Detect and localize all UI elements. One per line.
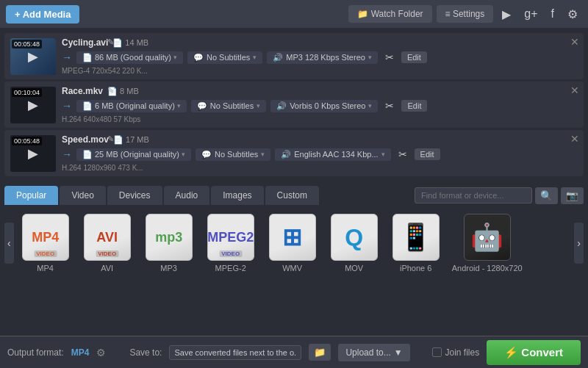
doc-icon: 📄	[82, 53, 93, 62]
file-info-row1: Race.mkv 📄8 MB	[62, 86, 578, 96]
scissors-button[interactable]: ✂	[382, 50, 397, 65]
tab-audio[interactable]: Audio	[164, 186, 210, 205]
file-codec: MPEG-4 720x542 220 K...	[62, 67, 578, 75]
format-text-icon: MP4	[32, 230, 59, 245]
arrow-icon: →	[62, 100, 72, 112]
subtitle-button[interactable]: 💬 No Subtitles ▾	[191, 100, 266, 112]
output-size-badge[interactable]: 📄 6 MB (Original quality) ▾	[76, 100, 187, 112]
file-output-row: → 📄 6 MB (Original quality) ▾ 💬 No Subti…	[62, 98, 578, 113]
subtitle-button[interactable]: 💬 No Subtitles ▾	[187, 51, 262, 64]
search-button[interactable]: 🔍	[535, 187, 558, 204]
edit-button[interactable]: Edit	[401, 51, 427, 63]
format-grid-container: ‹ MP4VIDEO MP4 AVIVIDEO AVI mp3 MP3 MPEG…	[4, 209, 584, 277]
format-item-avi[interactable]: AVIVIDEO AVI	[79, 209, 136, 277]
tab-video[interactable]: Video	[60, 186, 105, 205]
format-label-avi: AVI	[101, 264, 113, 273]
scissors-button[interactable]: ✂	[395, 147, 410, 162]
pen-icon[interactable]: ✎	[107, 134, 114, 144]
format-icon-wmv: ⊞	[269, 214, 316, 261]
arrow-icon: →	[62, 148, 72, 160]
format-item-mov[interactable]: Q MOV	[326, 209, 383, 277]
format-item-mpeg2[interactable]: MPEG2VIDEO MPEG-2	[202, 209, 259, 277]
save-to-input[interactable]	[169, 345, 301, 360]
tab-images[interactable]: Images	[211, 186, 263, 205]
watch-folder-button[interactable]: 📁 Watch Folder	[348, 5, 431, 23]
format-label-mov: MOV	[345, 264, 363, 273]
edit-button[interactable]: Edit	[415, 148, 440, 160]
subtitle-dropdown-arrow: ▾	[261, 151, 265, 158]
format-item-wmv[interactable]: ⊞ WMV	[264, 209, 321, 277]
join-files-text: Join files	[445, 347, 479, 358]
subtitle-icon: 💬	[193, 53, 204, 62]
doc-icon: 📄	[82, 150, 93, 159]
format-next-button[interactable]: ›	[574, 223, 584, 264]
add-media-button[interactable]: + Add Media	[6, 5, 79, 24]
output-format-label: Output format:	[7, 347, 64, 358]
format-icon-iphone: 📱	[392, 214, 440, 261]
subtitle-button[interactable]: 💬 No Subtitles ▾	[196, 148, 270, 161]
file-output-row: → 📄 86 MB (Good quality) ▾ 💬 No Subtitle…	[62, 50, 578, 65]
audio-icon: 🔊	[281, 150, 291, 159]
join-files-label[interactable]: Join files	[432, 347, 479, 358]
format-item-android[interactable]: 🤖 Android - 1280x720	[449, 209, 526, 277]
file-codec: H.264 640x480 57 Kbps	[62, 115, 578, 123]
format-label-android: Android - 1280x720	[452, 264, 523, 273]
gear-icon-button[interactable]: ⚙	[563, 4, 582, 24]
browse-folder-button[interactable]: 📁	[309, 344, 331, 361]
join-files-checkbox[interactable]	[432, 347, 442, 357]
youtube-icon-button[interactable]: ▶	[498, 4, 515, 24]
format-search-input[interactable]	[415, 187, 532, 203]
audio-dropdown-arrow: ▾	[381, 151, 385, 158]
pen-icon[interactable]: ✎	[107, 37, 114, 47]
play-icon: ▶	[28, 48, 38, 65]
audio-button[interactable]: 🔊 MP3 128 Kbps Stereo ▾	[267, 51, 378, 64]
file-list: 00:05:48 ▶ Cycling.avi 📄14 MB → 📄 86 MB …	[0, 28, 588, 181]
toolbar: + Add Media 📁 Watch Folder ≡ Settings ▶ …	[0, 0, 588, 28]
audio-button[interactable]: 🔊 English AAC 134 Kbp... ▾	[275, 148, 390, 161]
subtitle-dropdown-arrow: ▾	[257, 102, 260, 109]
settings-button[interactable]: ≡ Settings	[437, 5, 494, 23]
output-settings-gear[interactable]: ⚙	[96, 347, 106, 358]
remove-file-button[interactable]: ✕	[570, 84, 579, 96]
file-name: Speed.mov	[62, 134, 109, 145]
file-thumbnail: 00:05:48 ▶	[10, 135, 56, 172]
remove-file-button[interactable]: ✕	[570, 133, 579, 145]
file-row: 00:10:04 ▶ Race.mkv 📄8 MB → 📄 6 MB (Orig…	[4, 82, 584, 128]
file-duration: 00:05:48	[12, 137, 42, 145]
output-size-badge[interactable]: 📄 86 MB (Good quality) ▾	[76, 51, 183, 64]
arrow-icon: →	[62, 51, 72, 63]
tab-devices[interactable]: Devices	[107, 186, 162, 205]
output-size-dropdown-arrow: ▾	[177, 102, 181, 109]
output-size-badge[interactable]: 📄 25 MB (Original quality) ▾	[76, 148, 191, 161]
format-item-mp3[interactable]: mp3 MP3	[140, 209, 198, 277]
format-prev-button[interactable]: ‹	[4, 223, 14, 264]
file-duration: 00:10:04	[12, 88, 42, 97]
file-row-top: 00:05:48 ▶ Cycling.avi 📄14 MB → 📄 86 MB …	[10, 37, 578, 75]
tab-popular[interactable]: Popular	[4, 186, 58, 205]
file-codec: H.264 1280x960 473 K...	[62, 164, 578, 172]
camera-button[interactable]: 📷	[561, 187, 584, 204]
mov-icon: Q	[345, 224, 363, 251]
remove-file-button[interactable]: ✕	[570, 36, 579, 48]
format-item-mp4[interactable]: MP4VIDEO MP4	[17, 209, 74, 277]
file-output-row: → 📄 25 MB (Original quality) ▾ 💬 No Subt…	[62, 147, 578, 162]
format-item-iphone[interactable]: 📱 iPhone 6	[387, 209, 445, 277]
file-thumbnail: 00:05:48 ▶	[10, 38, 56, 75]
convert-button[interactable]: ⚡ Convert	[487, 340, 581, 365]
file-info-row1: Speed.mov 📄17 MB	[62, 134, 578, 145]
file-row: 00:05:48 ▶ Speed.mov 📄17 MB → 📄 25 MB (O…	[4, 130, 584, 176]
scissors-button[interactable]: ✂	[382, 98, 397, 113]
format-icon-avi: AVIVIDEO	[84, 214, 131, 261]
facebook-icon-button[interactable]: f	[547, 4, 559, 24]
tab-custom[interactable]: Custom	[265, 186, 319, 205]
file-icon: 📄	[113, 135, 123, 145]
bottom-bar: Output format: MP4 ⚙ Save to: 📁 Upload t…	[0, 336, 588, 368]
upload-button[interactable]: Upload to... ▼	[338, 344, 409, 361]
play-icon: ▶	[28, 145, 38, 162]
audio-button[interactable]: 🔊 Vorbis 0 Kbps Stereo ▾	[270, 100, 378, 112]
wmv-icon: ⊞	[282, 223, 302, 251]
edit-button[interactable]: Edit	[401, 100, 427, 112]
audio-icon: 🔊	[273, 53, 283, 62]
gplus-icon-button[interactable]: g+	[520, 4, 542, 24]
pen-icon[interactable]: ✎	[107, 86, 114, 95]
